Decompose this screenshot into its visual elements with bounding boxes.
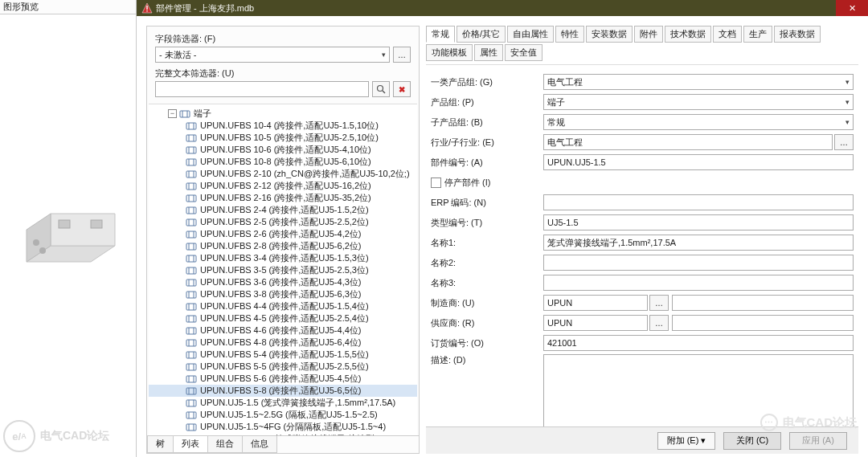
order-number-field[interactable]: 421001	[543, 335, 854, 351]
tree-tab[interactable]: 树	[147, 436, 174, 453]
tree-item[interactable]: UPUN.UFBS 3-8 (跨接件,适配UJ5-6,3位)	[149, 288, 417, 300]
tree-item[interactable]: UPUN.UFBS 2-6 (跨接件,适配UJ5-4,2位)	[149, 228, 417, 240]
preview-image	[0, 14, 136, 457]
tree-item[interactable]: UPUN.UFBS 2-8 (跨接件,适配UJ5-6,2位)	[149, 240, 417, 252]
supplier-field[interactable]: UPUN	[543, 315, 648, 331]
form-tab[interactable]: 属性	[474, 44, 503, 61]
tree-item[interactable]: UPUN.UFBS 5-4 (跨接件,适配UJ5-1.5,5位)	[149, 349, 417, 361]
dialog-titlebar: 部件管理 - 上海友邦.mdb ✕	[137, 0, 868, 16]
product-sub-combo[interactable]: 端子	[543, 94, 854, 110]
svg-rect-39	[186, 219, 196, 226]
fulltext-filter-label: 完整文本筛选器: (U)	[155, 67, 411, 80]
form-tab[interactable]: 特性	[555, 26, 584, 43]
svg-rect-24	[186, 159, 196, 165]
dialog-title: 部件管理 - 上海友邦.mdb	[156, 2, 254, 14]
svg-rect-84	[186, 400, 196, 406]
tree-item[interactable]: UPUN.UJ5-1.5JD (笼式弹簧接线端子,接地型,1.5mm²)	[149, 433, 417, 435]
close-dialog-button[interactable]: 关闭 (C)	[723, 432, 781, 450]
tree-item[interactable]: UPUN.UFBS 2-12 (跨接件,适配UJ5-16,2位)	[149, 180, 417, 192]
tree-item[interactable]: UPUN.UFBS 4-5 (跨接件,适配UJ5-2.5,4位)	[149, 312, 417, 324]
form-tab[interactable]: 文档	[713, 26, 742, 43]
warning-icon	[141, 2, 153, 14]
extras-button[interactable]: 附加 (E) ▾	[657, 432, 715, 450]
svg-rect-30	[186, 183, 196, 190]
type-number-field[interactable]: UJ5-1.5	[543, 214, 854, 231]
svg-rect-9	[146, 10, 147, 11]
svg-rect-90	[186, 424, 196, 430]
tree-tab[interactable]: 列表	[173, 436, 208, 453]
tree-item[interactable]: UPUN.UFBS 5-8 (跨接件,适配UJ5-6,5位)	[149, 385, 417, 397]
form-tab[interactable]: 安全值	[505, 44, 542, 61]
tree-item[interactable]: UPUN.UFBS 2-10 (zh_CN@跨接件,适配UJ5-10,2位;)	[149, 168, 417, 180]
svg-rect-3	[59, 220, 70, 228]
form-tab[interactable]: 功能模板	[426, 44, 473, 61]
tree-item[interactable]: UPUN.UFBS 5-6 (跨接件,适配UJ5-4,5位)	[149, 373, 417, 385]
form-tab[interactable]: 生产	[743, 26, 772, 43]
form-tab[interactable]: 自由属性	[507, 26, 554, 43]
tree-item[interactable]: UPUN.UFBS 4-6 (跨接件,适配UJ5-4,4位)	[149, 324, 417, 337]
tree-item[interactable]: UPUN.UFBS 2-16 (跨接件,适配UJ5-35,2位)	[149, 192, 417, 204]
form-tab[interactable]: 安装数据	[586, 26, 633, 43]
description-textarea[interactable]	[543, 354, 854, 426]
name1-field[interactable]: 笼式弹簧接线端子,1.5mm²,17.5A	[543, 235, 854, 251]
apply-button[interactable]: 应用 (A)	[789, 432, 847, 450]
discontinued-checkbox[interactable]	[431, 177, 441, 188]
svg-marker-1	[51, 214, 115, 246]
sub-product-combo[interactable]: 常规	[543, 114, 854, 130]
name2-field[interactable]	[543, 255, 854, 271]
svg-rect-33	[186, 195, 196, 202]
svg-rect-12	[180, 111, 190, 117]
tree-tab[interactable]: 信息	[242, 436, 277, 453]
industry-field[interactable]: 电气工程	[543, 134, 833, 150]
field-filter-more[interactable]: …	[393, 47, 411, 63]
svg-rect-42	[186, 231, 196, 238]
product-group-combo[interactable]: 电气工程	[543, 74, 854, 90]
name3-field[interactable]	[543, 275, 854, 291]
tree-item[interactable]: UPUN.UFBS 10-5 (跨接件,适配UJ5-2.5,10位)	[149, 132, 417, 144]
search-button[interactable]	[372, 81, 390, 97]
svg-rect-66	[186, 328, 196, 334]
erp-field[interactable]	[543, 194, 854, 210]
tree-item[interactable]: UPUN.UFBS 10-4 (跨接件,适配UJ5-1.5,10位)	[149, 120, 417, 132]
tree-tab[interactable]: 组合	[207, 436, 243, 453]
fulltext-filter-input[interactable]	[155, 81, 369, 97]
form-tab[interactable]: 附件	[634, 26, 663, 43]
tree-item[interactable]: UPUN.UFBS 3-6 (跨接件,适配UJ5-4,3位)	[149, 276, 417, 288]
manufacturer-more[interactable]: …	[649, 295, 669, 311]
field-filter-label: 字段筛选器: (F)	[155, 33, 411, 45]
svg-rect-8	[146, 6, 147, 10]
form-tab[interactable]: 价格/其它	[457, 26, 506, 43]
part-number-field[interactable]: UPUN.UJ5-1.5	[543, 154, 854, 170]
tree-item[interactable]: UPUN.UFBS 2-4 (跨接件,适配UJ5-1.5,2位)	[149, 204, 417, 216]
form-tab[interactable]: 报表数据	[774, 26, 821, 43]
tree-item[interactable]: UPUN.UFBS 5-5 (跨接件,适配UJ5-2.5,5位)	[149, 361, 417, 373]
svg-line-11	[383, 91, 385, 93]
field-filter-combo[interactable]: - 未激活 -	[155, 47, 390, 63]
clear-filter-button[interactable]: ✖	[393, 81, 411, 97]
svg-rect-63	[186, 316, 196, 322]
svg-rect-57	[186, 292, 196, 298]
tree-item[interactable]: UPUN.UJ5-1.5~2.5G (隔板,适配UJ5-1.5~2.5)	[149, 409, 417, 421]
manufacturer-desc[interactable]	[672, 295, 854, 311]
tree-item[interactable]: UPUN.UFBS 4-8 (跨接件,适配UJ5-6,4位)	[149, 337, 417, 349]
supplier-desc[interactable]	[672, 315, 854, 331]
form-tab[interactable]: 技术数据	[665, 26, 711, 43]
industry-more[interactable]: …	[834, 134, 854, 150]
supplier-more[interactable]: …	[649, 315, 669, 331]
tree-item[interactable]: UPUN.UFBS 3-5 (跨接件,适配UJ5-2.5,3位)	[149, 264, 417, 276]
tree-root-node[interactable]: −端子	[149, 108, 417, 120]
svg-rect-72	[186, 352, 196, 358]
parts-tree[interactable]: −端子UPUN.UFBS 10-4 (跨接件,适配UJ5-1.5,10位)UPU…	[149, 104, 417, 435]
tree-item[interactable]: UPUN.UJ5-1.5 (笼式弹簧接线端子,1.5mm²,17.5A)	[149, 397, 417, 409]
tree-item[interactable]: UPUN.UJ5-1.5~4FG (分隔隔板,适配UJ5-1.5~4)	[149, 421, 417, 433]
tree-item[interactable]: UPUN.UFBS 4-4 (跨接件,适配UJ5-1.5,4位)	[149, 300, 417, 312]
close-button[interactable]: ✕	[836, 0, 868, 16]
tree-item[interactable]: UPUN.UFBS 2-5 (跨接件,适配UJ5-2.5,2位)	[149, 216, 417, 228]
tree-item[interactable]: UPUN.UFBS 10-6 (跨接件,适配UJ5-4,10位)	[149, 144, 417, 156]
tree-item[interactable]: UPUN.UFBS 3-4 (跨接件,适配UJ5-1.5,3位)	[149, 252, 417, 264]
svg-rect-45	[186, 243, 196, 250]
form-tab[interactable]: 常规	[426, 26, 455, 43]
tree-item[interactable]: UPUN.UFBS 10-8 (跨接件,适配UJ5-6,10位)	[149, 156, 417, 168]
svg-rect-27	[186, 171, 196, 177]
manufacturer-field[interactable]: UPUN	[543, 295, 648, 311]
